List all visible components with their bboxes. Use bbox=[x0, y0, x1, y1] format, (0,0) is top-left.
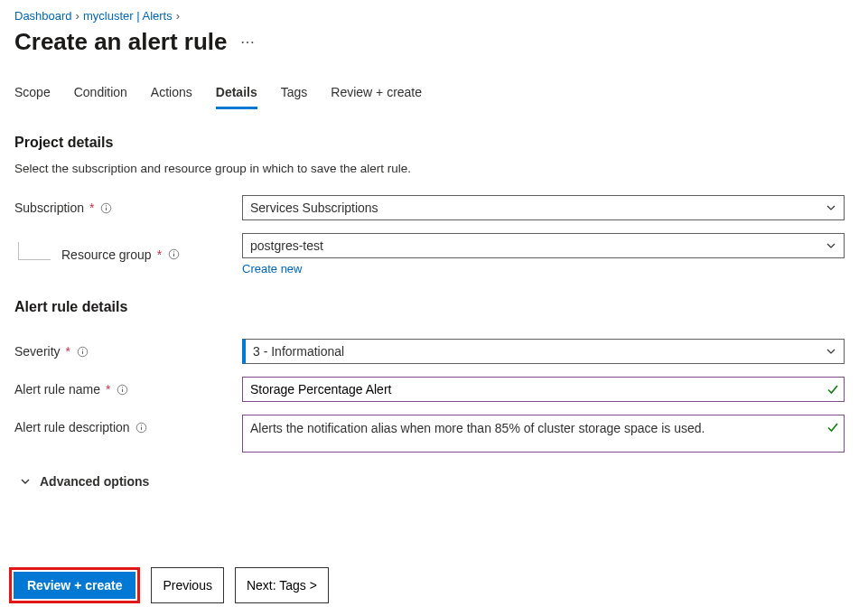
breadcrumb-cluster-alerts[interactable]: mycluster | Alerts bbox=[83, 9, 173, 23]
required-indicator: * bbox=[89, 201, 94, 215]
alert-rule-name-input[interactable] bbox=[242, 377, 845, 402]
required-indicator: * bbox=[157, 247, 162, 262]
chevron-right-icon: › bbox=[176, 9, 180, 23]
tab-tags[interactable]: Tags bbox=[281, 85, 308, 109]
breadcrumb-dashboard[interactable]: Dashboard bbox=[14, 9, 72, 23]
svg-point-14 bbox=[141, 425, 142, 425]
alert-rule-desc-label: Alert rule description bbox=[14, 420, 130, 434]
checkmark-icon bbox=[826, 383, 839, 396]
svg-point-5 bbox=[173, 251, 174, 252]
tab-details[interactable]: Details bbox=[216, 85, 257, 109]
tab-review[interactable]: Review + create bbox=[331, 85, 422, 109]
tabs: Scope Condition Actions Details Tags Rev… bbox=[14, 85, 845, 109]
resource-group-value: postgres-test bbox=[250, 238, 323, 253]
advanced-options-toggle[interactable]: Advanced options bbox=[20, 474, 845, 489]
severity-value: 3 - Informational bbox=[253, 344, 344, 359]
chevron-down-icon bbox=[826, 240, 836, 251]
project-details-desc: Select the subscription and resource gro… bbox=[14, 162, 845, 175]
tab-scope[interactable]: Scope bbox=[14, 85, 51, 109]
alert-rule-desc-input[interactable]: Alerts the notification alias when more … bbox=[242, 415, 845, 453]
hierarchy-indent-icon bbox=[18, 242, 51, 260]
checkmark-icon bbox=[826, 421, 839, 434]
info-icon[interactable] bbox=[76, 345, 89, 358]
svg-point-8 bbox=[81, 349, 82, 350]
svg-point-11 bbox=[122, 387, 123, 387]
required-indicator: * bbox=[106, 382, 110, 397]
info-icon[interactable] bbox=[135, 421, 148, 434]
info-icon[interactable] bbox=[167, 248, 180, 261]
chevron-down-icon bbox=[826, 202, 836, 213]
subscription-label: Subscription bbox=[14, 201, 84, 215]
project-details-heading: Project details bbox=[14, 135, 845, 151]
svg-point-2 bbox=[106, 205, 107, 206]
chevron-down-icon bbox=[20, 476, 31, 487]
alert-rule-name-label: Alert rule name bbox=[14, 382, 100, 397]
page-title: Create an alert rule bbox=[14, 28, 228, 56]
create-new-link[interactable]: Create new bbox=[242, 262, 845, 275]
review-create-button[interactable]: Review + create bbox=[14, 572, 135, 599]
breadcrumb: Dashboard › mycluster | Alerts › bbox=[14, 9, 845, 23]
tab-actions[interactable]: Actions bbox=[151, 85, 192, 109]
info-icon[interactable] bbox=[100, 201, 113, 214]
severity-label: Severity bbox=[14, 344, 61, 359]
chevron-down-icon bbox=[826, 346, 836, 357]
more-options-icon[interactable]: ⋯ bbox=[237, 32, 259, 52]
next-button[interactable]: Next: Tags > bbox=[235, 567, 329, 603]
previous-button[interactable]: Previous bbox=[151, 567, 223, 603]
alert-rule-details-heading: Alert rule details bbox=[14, 299, 845, 315]
tab-condition[interactable]: Condition bbox=[74, 85, 127, 109]
chevron-right-icon: › bbox=[76, 9, 79, 23]
resource-group-label: Resource group bbox=[61, 247, 152, 262]
info-icon[interactable] bbox=[116, 383, 128, 396]
required-indicator: * bbox=[66, 344, 70, 359]
subscription-value: Services Subscriptions bbox=[250, 201, 378, 215]
highlight-annotation: Review + create bbox=[9, 567, 140, 603]
severity-dropdown[interactable]: 3 - Informational bbox=[242, 339, 845, 364]
subscription-dropdown[interactable]: Services Subscriptions bbox=[242, 195, 845, 220]
advanced-options-label: Advanced options bbox=[40, 474, 149, 489]
resource-group-dropdown[interactable]: postgres-test bbox=[242, 233, 845, 258]
